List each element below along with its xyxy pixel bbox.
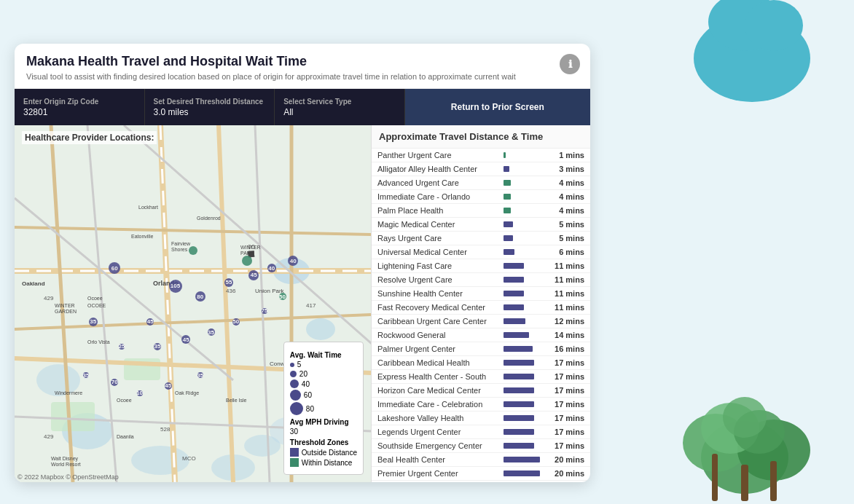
list-item[interactable]: Immediate Care - Celebration17 mins [372,398,590,412]
map-dot[interactable]: 80 [195,291,205,302]
list-item[interactable]: Southside Emergency Center17 mins [372,439,590,453]
service-label: Select Service Type [283,98,396,106]
distance-control[interactable]: Set Desired Threshold Distance 3.0 miles [145,89,275,125]
map-dot[interactable]: 35 [89,318,98,326]
list-item[interactable]: Express Health Center - South17 mins [372,370,590,384]
map-dot[interactable]: 40 [267,264,276,272]
list-item[interactable]: Lightening Fast Care11 mins [372,259,590,273]
list-item[interactable]: Beal Health Center20 mins [372,453,590,467]
map-dot[interactable]: 45 [146,318,154,326]
list-item[interactable]: Caribbean Medical Health17 mins [372,356,590,370]
list-item[interactable]: Advanced Urgent Care4 mins [372,176,590,190]
list-item[interactable]: Premier Urgent Center20 mins [372,467,590,481]
info-icon[interactable]: ℹ [560,54,580,74]
list-item-bar [504,318,525,324]
map-dot[interactable]: 35 [197,372,203,378]
legend-within: Within Distance [290,458,357,467]
legend-dot-20 [290,371,297,377]
map-dot[interactable]: 35 [208,328,215,336]
list-item[interactable]: Express Health Center - West20 mins [372,481,590,482]
list-item-bar [504,249,514,255]
map-dot[interactable] [242,256,252,266]
list-item-time: 20 mins [552,469,584,478]
list-item-time: 17 mins [552,414,584,422]
list-item-bar [504,346,533,352]
list-item[interactable]: Magic Medical Center5 mins [372,218,590,232]
map-dot[interactable]: 50 [232,318,240,326]
map-dot[interactable]: 75 [262,308,267,314]
list-item[interactable]: Sunshine Health Center11 mins [372,287,590,301]
list-item[interactable]: Immediate Care - Orlando4 mins [372,190,590,204]
list-item-time: 12 mins [552,317,584,326]
list-item-name: Lakeshore Valley Health [377,414,499,422]
list-item[interactable]: Rockwood General14 mins [372,328,590,342]
list-item[interactable]: Panther Urgent Care1 mins [372,149,590,162]
map-dot[interactable]: 70 [111,379,118,386]
list-item-bar [504,152,506,158]
service-value: All [283,107,396,117]
list-item-time: 17 mins [552,358,584,367]
zip-code-control[interactable]: Enter Origin Zip Code 32801 [15,89,145,125]
list-item-bar-container [504,457,547,462]
list-item-time: 5 mins [552,220,584,229]
list-item-bar [504,443,534,449]
list-item[interactable]: Caribbean Urgent Care Center12 mins [372,315,590,328]
map-dot[interactable]: 35 [83,372,89,378]
list-item[interactable]: Rays Urgent Care5 mins [372,232,590,245]
list-item-bar-container [504,263,547,269]
list-item[interactable]: Palmer Urgent Center16 mins [372,342,590,356]
list-item[interactable]: Universal Medical Center6 mins [372,245,590,259]
legend-row-80: 80 [290,402,357,415]
map-dot[interactable]: 45 [181,335,190,344]
list-item-name: Panther Urgent Care [377,151,499,160]
decorative-cloud [694,15,810,102]
list-item-time: 11 mins [552,303,584,312]
page-title: Makana Health Travel and Hospital Wait T… [26,54,579,69]
list-container: Panther Urgent Care1 minsAlligator Alley… [372,149,590,482]
map-dot[interactable]: 55 [224,278,233,287]
list-item-bar [504,166,509,172]
list-item[interactable]: Horizon Care Medical Center17 mins [372,384,590,398]
list-item[interactable]: Fast Recovery Medical Center11 mins [372,301,590,315]
list-item-bar-container [504,443,547,449]
list-item-bar [504,221,513,227]
list-item-name: Southside Emergency Center [377,441,499,450]
map-dot[interactable]: 25 [119,344,125,350]
list-item-time: 1 mins [552,151,584,160]
list-item-time: 17 mins [552,428,584,436]
list-item-name: Fast Recovery Medical Center [377,303,499,312]
map-dot[interactable]: 45 [165,382,172,390]
list-item[interactable]: Lakeshore Valley Health17 mins [372,412,590,425]
map-dot[interactable]: 10 [137,390,143,396]
list-item-name: Legends Urgent Center [377,428,499,436]
list-item-time: 17 mins [552,372,584,381]
list-item[interactable]: Resolve Urgent Care11 mins [372,273,590,287]
list-item-name: Caribbean Urgent Care Center [377,317,499,326]
map-dot[interactable]: 60 [109,262,120,274]
list-section[interactable]: Approximate Travel Distance & Time Panth… [372,125,590,482]
list-item-bar-container [504,346,547,352]
list-item[interactable]: Alligator Alley Health Center3 mins [372,162,590,176]
list-item-name: Premier Urgent Center [377,469,499,478]
list-item-bar-container [504,291,547,296]
map-dot[interactable]: 45 [248,270,259,280]
map-dot[interactable]: 35 [154,343,161,350]
map-dot[interactable]: 50 [279,293,286,300]
wait-time-legend-title: Avg. Wait Time [290,351,357,359]
map-dot[interactable]: 105 [169,280,182,293]
return-button[interactable]: Return to Prior Screen [405,89,590,125]
distance-label: Set Desired Threshold Distance [154,98,266,106]
list-item-time: 5 mins [552,234,584,243]
list-item-bar [504,235,513,241]
legend-dot-80 [290,402,303,415]
service-control[interactable]: Select Service Type All [275,89,405,125]
map-dot[interactable]: 40 [288,256,298,266]
list-item-name: Horizon Care Medical Center [377,386,499,395]
list-item-name: Rays Urgent Care [377,234,499,243]
list-item[interactable]: Palm Place Health4 mins [372,204,590,218]
list-item-bar-container [504,360,547,366]
legend-row-20: 20 [290,370,357,378]
map-dot[interactable] [189,246,197,255]
list-item[interactable]: Legends Urgent Center17 mins [372,425,590,439]
list-item-bar [504,208,511,213]
